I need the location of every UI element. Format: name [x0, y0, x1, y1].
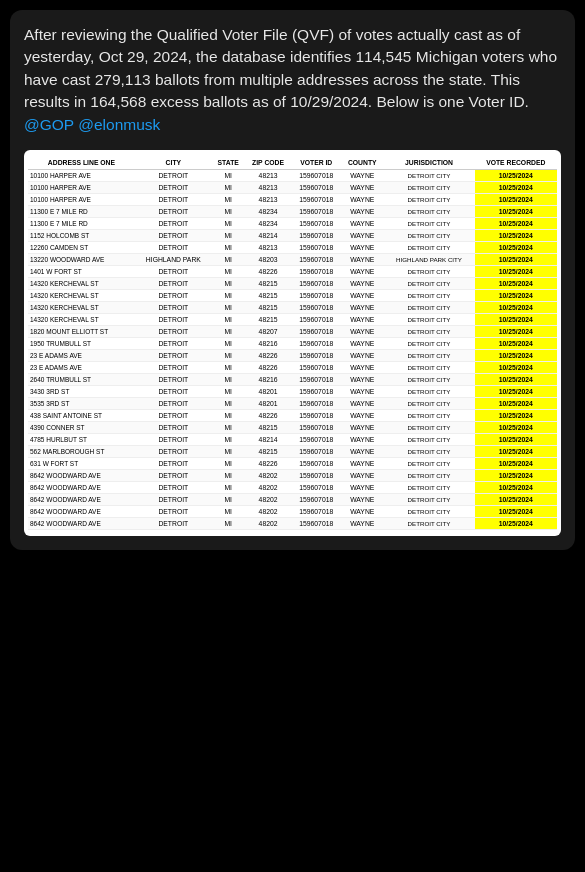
cell-7-1: HIGHLAND PARK	[135, 254, 212, 266]
col-header-jurisdiction: JURISDICTION	[384, 156, 475, 170]
cell-5-6: DETROIT CITY	[384, 230, 475, 242]
cell-6-1: DETROIT	[135, 242, 212, 254]
cell-1-2: MI	[212, 182, 245, 194]
cell-1-1: DETROIT	[135, 182, 212, 194]
cell-24-5: WAYNE	[341, 458, 384, 470]
cell-24-7: 10/25/2024	[475, 458, 557, 470]
col-header-state: STATE	[212, 156, 245, 170]
cell-26-4: 159607018	[291, 482, 341, 494]
cell-4-0: 11300 E 7 MILE RD	[28, 218, 135, 230]
table-row: 1152 HOLCOMB STDETROITMI48214159607018WA…	[28, 230, 557, 242]
cell-20-4: 159607018	[291, 410, 341, 422]
table-row: 8642 WOODWARD AVEDETROITMI48202159607018…	[28, 518, 557, 530]
cell-21-6: DETROIT CITY	[384, 422, 475, 434]
table-row: 8642 WOODWARD AVEDETROITMI48202159607018…	[28, 506, 557, 518]
cell-25-2: MI	[212, 470, 245, 482]
table-row: 562 MARLBOROUGH STDETROITMI4821515960701…	[28, 446, 557, 458]
cell-2-2: MI	[212, 194, 245, 206]
cell-7-4: 159607018	[291, 254, 341, 266]
cell-8-1: DETROIT	[135, 266, 212, 278]
col-header-voter-id: VOTER ID	[291, 156, 341, 170]
cell-10-4: 159607018	[291, 290, 341, 302]
cell-24-4: 159607018	[291, 458, 341, 470]
cell-15-7: 10/25/2024	[475, 350, 557, 362]
cell-12-2: MI	[212, 314, 245, 326]
cell-24-1: DETROIT	[135, 458, 212, 470]
cell-15-6: DETROIT CITY	[384, 350, 475, 362]
cell-0-2: MI	[212, 170, 245, 182]
cell-0-4: 159607018	[291, 170, 341, 182]
cell-12-7: 10/25/2024	[475, 314, 557, 326]
cell-21-0: 4390 CONNER ST	[28, 422, 135, 434]
cell-22-0: 4785 HURLBUT ST	[28, 434, 135, 446]
cell-7-6: HIGHLAND PARK CITY	[384, 254, 475, 266]
cell-19-2: MI	[212, 398, 245, 410]
mention-elon[interactable]: @elonmusk	[78, 116, 160, 133]
cell-21-5: WAYNE	[341, 422, 384, 434]
cell-9-2: MI	[212, 278, 245, 290]
cell-26-7: 10/25/2024	[475, 482, 557, 494]
cell-16-0: 23 E ADAMS AVE	[28, 362, 135, 374]
table-row: 1401 W FORT STDETROITMI48226159607018WAY…	[28, 266, 557, 278]
col-header-vote-recorded: VOTE RECORDED	[475, 156, 557, 170]
cell-19-0: 3535 3RD ST	[28, 398, 135, 410]
table-row: 4785 HURLBUT STDETROITMI48214159607018WA…	[28, 434, 557, 446]
cell-10-6: DETROIT CITY	[384, 290, 475, 302]
cell-13-3: 48207	[245, 326, 292, 338]
cell-19-3: 48201	[245, 398, 292, 410]
table-row: 1950 TRUMBULL STDETROITMI48216159607018W…	[28, 338, 557, 350]
cell-24-6: DETROIT CITY	[384, 458, 475, 470]
cell-26-6: DETROIT CITY	[384, 482, 475, 494]
cell-20-7: 10/25/2024	[475, 410, 557, 422]
cell-9-0: 14320 KERCHEVAL ST	[28, 278, 135, 290]
cell-17-6: DETROIT CITY	[384, 374, 475, 386]
cell-8-2: MI	[212, 266, 245, 278]
cell-2-1: DETROIT	[135, 194, 212, 206]
cell-16-7: 10/25/2024	[475, 362, 557, 374]
mention-gop[interactable]: @GOP	[24, 116, 74, 133]
cell-15-3: 48226	[245, 350, 292, 362]
cell-26-0: 8642 WOODWARD AVE	[28, 482, 135, 494]
cell-11-3: 48215	[245, 302, 292, 314]
cell-16-5: WAYNE	[341, 362, 384, 374]
cell-22-7: 10/25/2024	[475, 434, 557, 446]
cell-28-7: 10/25/2024	[475, 506, 557, 518]
table-row: 631 W FORT STDETROITMI48226159607018WAYN…	[28, 458, 557, 470]
table-row: 8642 WOODWARD AVEDETROITMI48202159607018…	[28, 494, 557, 506]
cell-15-2: MI	[212, 350, 245, 362]
cell-29-5: WAYNE	[341, 518, 384, 530]
cell-16-4: 159607018	[291, 362, 341, 374]
cell-25-7: 10/25/2024	[475, 470, 557, 482]
cell-13-6: DETROIT CITY	[384, 326, 475, 338]
table-row: 2640 TRUMBULL STDETROITMI48216159607018W…	[28, 374, 557, 386]
cell-27-5: WAYNE	[341, 494, 384, 506]
cell-11-4: 159607018	[291, 302, 341, 314]
cell-0-7: 10/25/2024	[475, 170, 557, 182]
cell-12-1: DETROIT	[135, 314, 212, 326]
cell-9-7: 10/25/2024	[475, 278, 557, 290]
cell-25-6: DETROIT CITY	[384, 470, 475, 482]
cell-5-1: DETROIT	[135, 230, 212, 242]
cell-18-7: 10/25/2024	[475, 386, 557, 398]
cell-28-1: DETROIT	[135, 506, 212, 518]
cell-11-6: DETROIT CITY	[384, 302, 475, 314]
cell-14-3: 48216	[245, 338, 292, 350]
cell-23-3: 48215	[245, 446, 292, 458]
cell-12-6: DETROIT CITY	[384, 314, 475, 326]
cell-9-3: 48215	[245, 278, 292, 290]
cell-2-4: 159607018	[291, 194, 341, 206]
cell-8-3: 48226	[245, 266, 292, 278]
cell-20-5: WAYNE	[341, 410, 384, 422]
cell-28-4: 159607018	[291, 506, 341, 518]
cell-2-7: 10/25/2024	[475, 194, 557, 206]
cell-29-4: 159607018	[291, 518, 341, 530]
cell-14-4: 159607018	[291, 338, 341, 350]
cell-7-3: 48203	[245, 254, 292, 266]
cell-27-1: DETROIT	[135, 494, 212, 506]
cell-26-2: MI	[212, 482, 245, 494]
cell-10-1: DETROIT	[135, 290, 212, 302]
cell-8-7: 10/25/2024	[475, 266, 557, 278]
cell-7-2: MI	[212, 254, 245, 266]
cell-12-0: 14320 KERCHEVAL ST	[28, 314, 135, 326]
cell-0-6: DETROIT CITY	[384, 170, 475, 182]
